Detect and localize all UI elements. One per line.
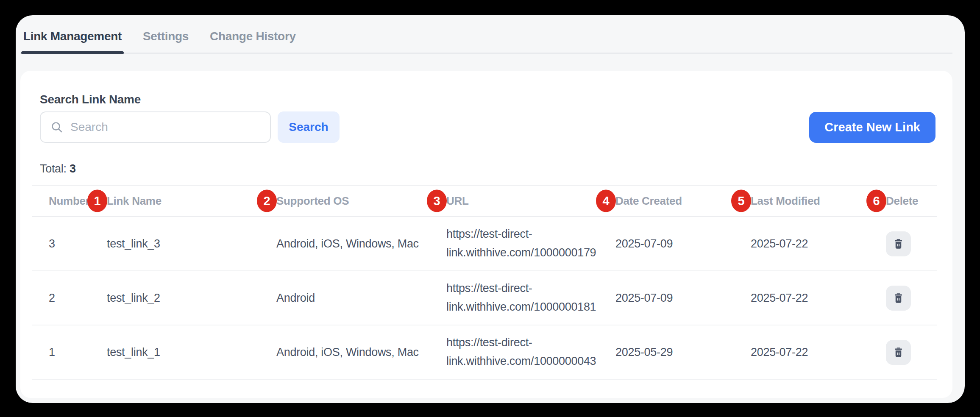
header-label: Link Name xyxy=(107,195,161,208)
delete-button[interactable] xyxy=(886,340,911,365)
app-window: Link Management Settings Change History … xyxy=(16,15,965,403)
delete-button[interactable] xyxy=(886,231,911,256)
table-row: 2 test_link_2 Android https://test-direc… xyxy=(32,271,937,325)
header-cell: 3 URL xyxy=(446,195,615,208)
content-card: Search Link Name Search Create New Link … xyxy=(20,71,952,398)
header-label: Number xyxy=(49,195,89,208)
search-label: Search Link Name xyxy=(40,93,937,106)
create-new-link-button[interactable]: Create New Link xyxy=(809,112,935,143)
search-input[interactable] xyxy=(70,120,262,134)
cell-delete xyxy=(886,231,937,256)
cell-supported-os: Android xyxy=(276,292,446,305)
cell-date-created: 2025-07-09 xyxy=(615,237,751,250)
table-row: 3 test_link_3 Android, iOS, Windows, Mac… xyxy=(32,217,937,271)
search-button[interactable]: Search xyxy=(278,111,340,143)
total-row: Total: 3 xyxy=(40,162,937,175)
total-value: 3 xyxy=(70,162,76,175)
cell-link-name: test_link_1 xyxy=(107,346,276,359)
links-table: Number 1 Link Name 2 Supported OS 3 URL … xyxy=(32,185,937,380)
header-cell: 6 Delete xyxy=(886,195,937,208)
cell-number: 2 xyxy=(32,292,107,305)
header-label: Last Modified xyxy=(751,195,820,208)
cell-supported-os: Android, iOS, Windows, Mac xyxy=(276,346,446,359)
cell-last-modified: 2025-07-22 xyxy=(751,237,886,250)
header-label: URL xyxy=(446,195,469,208)
cell-supported-os: Android, iOS, Windows, Mac xyxy=(276,237,446,250)
search-icon xyxy=(50,120,64,134)
cell-last-modified: 2025-07-22 xyxy=(751,292,886,305)
table-header-row: Number 1 Link Name 2 Supported OS 3 URL … xyxy=(32,185,937,217)
header-label: Delete xyxy=(886,195,918,208)
header-cell: 2 Supported OS xyxy=(276,195,446,208)
table-row: 1 test_link_1 Android, iOS, Windows, Mac… xyxy=(32,325,937,380)
table-body: 3 test_link_3 Android, iOS, Windows, Mac… xyxy=(32,217,937,380)
trash-icon xyxy=(893,238,904,250)
url-text: https://test-direct-link.withhive.com/10… xyxy=(446,334,576,370)
cell-number: 3 xyxy=(32,237,107,250)
annotation-badge: 4 xyxy=(596,190,616,212)
cell-link-name: test_link_2 xyxy=(107,292,276,305)
header-cell: 5 Last Modified xyxy=(751,195,886,208)
cell-last-modified: 2025-07-22 xyxy=(751,346,886,359)
cell-url: https://test-direct-link.withhive.com/10… xyxy=(446,334,615,370)
annotation-badge: 5 xyxy=(731,190,751,212)
trash-icon xyxy=(893,292,904,304)
header-label: Date Created xyxy=(615,195,682,208)
cell-number: 1 xyxy=(32,346,107,359)
tab-settings[interactable]: Settings xyxy=(142,30,189,53)
tab-change-history[interactable]: Change History xyxy=(209,30,297,53)
search-box[interactable] xyxy=(40,111,271,143)
header-cell: 4 Date Created xyxy=(615,195,751,208)
search-section: Search Link Name Search Create New Link xyxy=(40,93,937,143)
url-text: https://test-direct-link.withhive.com/10… xyxy=(446,279,576,316)
tab-bar: Link Management Settings Change History xyxy=(20,15,952,54)
cell-delete xyxy=(886,286,937,311)
cell-delete xyxy=(886,340,937,365)
cell-date-created: 2025-05-29 xyxy=(615,346,751,359)
cell-url: https://test-direct-link.withhive.com/10… xyxy=(446,225,615,262)
delete-button[interactable] xyxy=(886,286,911,311)
header-label: Supported OS xyxy=(276,195,349,208)
search-row: Search Create New Link xyxy=(40,111,937,143)
annotation-badge: 3 xyxy=(427,190,447,212)
cell-link-name: test_link_3 xyxy=(107,237,276,250)
annotation-badge: 6 xyxy=(866,190,886,212)
trash-icon xyxy=(893,347,904,358)
header-cell: 1 Link Name xyxy=(107,195,276,208)
annotation-badge: 2 xyxy=(257,190,277,212)
tab-link-management[interactable]: Link Management xyxy=(22,30,122,53)
url-text: https://test-direct-link.withhive.com/10… xyxy=(446,225,576,262)
cell-url: https://test-direct-link.withhive.com/10… xyxy=(446,279,615,316)
total-label: Total: xyxy=(40,162,67,175)
cell-date-created: 2025-07-09 xyxy=(615,292,751,305)
annotation-badge: 1 xyxy=(87,190,107,212)
